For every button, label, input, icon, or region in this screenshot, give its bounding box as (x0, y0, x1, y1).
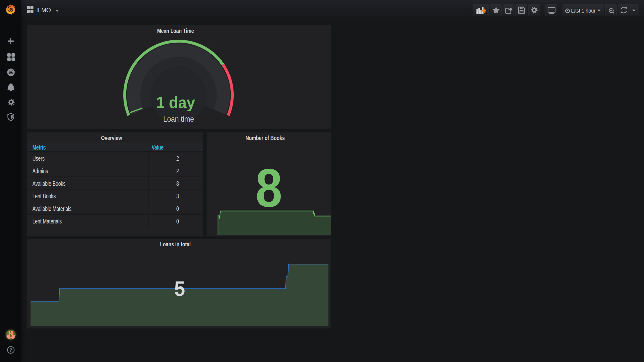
svg-text:?: ? (9, 347, 12, 353)
